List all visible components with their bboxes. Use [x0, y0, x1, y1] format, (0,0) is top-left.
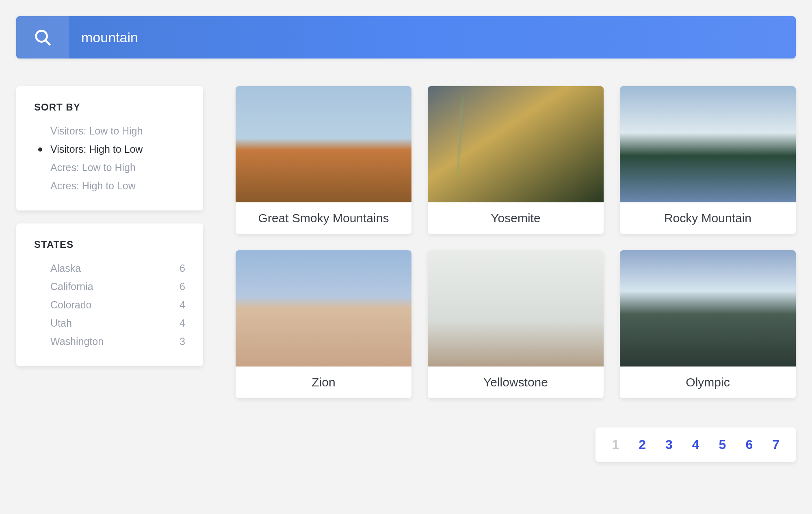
- search-icon-wrap[interactable]: [16, 16, 69, 59]
- states-title: STATES: [34, 239, 185, 250]
- search-icon: [33, 28, 52, 47]
- card-image: [620, 250, 796, 367]
- app-root: SORT BY Visitors: Low to HighVisitors: H…: [16, 16, 796, 462]
- states-panel: STATES Alaska6California6Colorado4Utah4W…: [16, 223, 203, 366]
- sort-panel: SORT BY Visitors: Low to HighVisitors: H…: [16, 86, 203, 210]
- card-title: Rocky Mountain: [620, 202, 796, 234]
- sort-option[interactable]: Visitors: High to Low: [34, 140, 185, 158]
- main-content: SORT BY Visitors: Low to HighVisitors: H…: [16, 86, 796, 462]
- result-card[interactable]: Zion: [236, 250, 411, 398]
- state-name: Washington: [50, 336, 104, 347]
- page-link[interactable]: 3: [665, 437, 673, 452]
- state-count: 6: [180, 262, 185, 274]
- state-name: Colorado: [50, 299, 91, 311]
- card-title: Olympic: [620, 367, 796, 398]
- card-image: [236, 86, 411, 202]
- state-name: California: [50, 281, 93, 293]
- sidebar: SORT BY Visitors: Low to HighVisitors: H…: [16, 86, 203, 462]
- sort-title: SORT BY: [34, 102, 185, 113]
- pagination: 1234567: [595, 427, 796, 462]
- state-item[interactable]: Alaska6: [34, 259, 185, 278]
- result-card[interactable]: Yosemite: [428, 86, 604, 234]
- result-card[interactable]: Great Smoky Mountains: [236, 86, 411, 234]
- search-input[interactable]: [69, 16, 796, 59]
- page-link[interactable]: 7: [772, 437, 780, 452]
- svg-line-1: [45, 40, 50, 44]
- card-image: [428, 86, 604, 202]
- sort-option[interactable]: Visitors: Low to High: [34, 122, 185, 140]
- page-link[interactable]: 4: [692, 437, 699, 452]
- card-image: [620, 86, 796, 202]
- state-name: Alaska: [50, 262, 81, 274]
- page-link[interactable]: 5: [719, 437, 726, 452]
- result-card[interactable]: Olympic: [620, 250, 796, 398]
- state-count: 3: [180, 336, 185, 347]
- sort-option[interactable]: Acres: High to Low: [34, 177, 185, 195]
- state-name: Utah: [50, 317, 72, 329]
- state-item[interactable]: Colorado4: [34, 296, 185, 314]
- sort-option[interactable]: Acres: Low to High: [34, 158, 185, 177]
- card-title: Yellowstone: [428, 367, 604, 398]
- search-bar: [16, 16, 796, 59]
- state-item[interactable]: California6: [34, 278, 185, 296]
- pagination-wrap: 1234567: [236, 427, 796, 462]
- card-image: [236, 250, 411, 367]
- state-item[interactable]: Utah4: [34, 314, 185, 332]
- page-link: 1: [612, 437, 619, 452]
- page-link[interactable]: 2: [639, 437, 646, 452]
- state-item[interactable]: Washington3: [34, 332, 185, 351]
- state-count: 4: [180, 317, 185, 329]
- results-grid: Great Smoky MountainsYosemiteRocky Mount…: [236, 86, 796, 398]
- state-count: 6: [180, 281, 185, 293]
- card-title: Yosemite: [428, 202, 604, 234]
- result-card[interactable]: Yellowstone: [428, 250, 604, 398]
- results-section: Great Smoky MountainsYosemiteRocky Mount…: [236, 86, 796, 462]
- result-card[interactable]: Rocky Mountain: [620, 86, 796, 234]
- states-list: Alaska6California6Colorado4Utah4Washingt…: [34, 259, 185, 351]
- card-title: Great Smoky Mountains: [236, 202, 411, 234]
- card-image: [428, 250, 604, 367]
- card-title: Zion: [236, 367, 411, 398]
- sort-list: Visitors: Low to HighVisitors: High to L…: [34, 122, 185, 195]
- page-link[interactable]: 6: [745, 437, 753, 452]
- state-count: 4: [180, 299, 185, 311]
